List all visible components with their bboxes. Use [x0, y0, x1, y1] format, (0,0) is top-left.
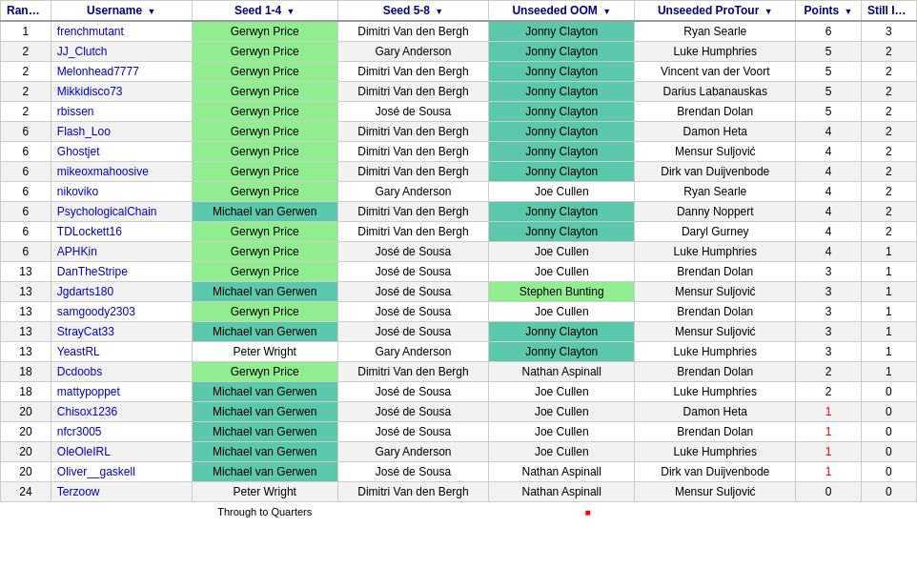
cell-seed58: Gary Anderson — [337, 442, 488, 462]
cell-uoom: Joe Cullen — [489, 262, 635, 282]
cell-stillin: 2 — [861, 162, 916, 182]
cell-rank: 6 — [1, 162, 51, 182]
header-points[interactable]: Points ▼ — [796, 1, 862, 22]
cell-rank: 20 — [1, 462, 51, 482]
cell-uoom: Jonny Clayton — [489, 82, 635, 102]
main-container: Rank ▼ Username ▼ Seed 1-4 ▼ Seed 5-8 ▼ … — [0, 0, 917, 521]
sort-icon-seed58[interactable]: ▼ — [435, 7, 443, 16]
cell-stillin: 0 — [861, 442, 916, 462]
cell-username[interactable]: mikeoxmahoosive — [51, 162, 192, 182]
cell-seed14: Gerwyn Price — [192, 182, 337, 202]
table-row: 20Oliver__gaskellMichael van GerwenJosé … — [1, 462, 917, 482]
leaderboard-table: Rank ▼ Username ▼ Seed 1-4 ▼ Seed 5-8 ▼ … — [0, 0, 917, 521]
cell-username[interactable]: OleOleIRL — [51, 442, 192, 462]
cell-username[interactable]: Flash_Loo — [51, 122, 192, 142]
cell-username[interactable]: StrayCat33 — [51, 322, 192, 342]
header-rank[interactable]: Rank ▼ — [1, 1, 51, 22]
cell-upro: Ryan Searle — [635, 21, 796, 42]
header-username[interactable]: Username ▼ — [51, 1, 192, 22]
cell-username[interactable]: Mikkidisco73 — [51, 82, 192, 102]
cell-username[interactable]: rbissen — [51, 102, 192, 122]
cell-username[interactable]: Oliver__gaskell — [51, 462, 192, 482]
cell-username[interactable]: YeastRL — [51, 342, 192, 362]
cell-uoom: Jonny Clayton — [489, 342, 635, 362]
cell-upro: Luke Humphries — [635, 382, 796, 402]
table-row: 13DanTheStripeGerwyn PriceJosé de SousaJ… — [1, 262, 917, 282]
cell-username[interactable]: Terzoow — [51, 482, 192, 502]
table-row: 20OleOleIRLMichael van GerwenGary Anders… — [1, 442, 917, 462]
cell-seed58: Gary Anderson — [337, 182, 488, 202]
cell-rank: 20 — [1, 402, 51, 422]
cell-username[interactable]: DanTheStripe — [51, 262, 192, 282]
cell-seed58: José de Sousa — [337, 302, 488, 322]
cell-uoom: Stephen Bunting — [489, 282, 635, 302]
cell-rank: 13 — [1, 282, 51, 302]
cell-stillin: 1 — [861, 302, 916, 322]
cell-uoom: Jonny Clayton — [489, 322, 635, 342]
header-seed58[interactable]: Seed 5-8 ▼ — [337, 1, 488, 22]
sort-icon-uoom[interactable]: ▼ — [602, 7, 611, 16]
cell-username[interactable]: mattypoppet — [51, 382, 192, 402]
cell-seed58: Dimitri Van den Bergh — [337, 82, 488, 102]
sort-icon-rank[interactable]: ▼ — [40, 7, 49, 16]
cell-points: 1 — [796, 442, 862, 462]
sort-icon-seed14[interactable]: ▼ — [287, 7, 295, 16]
cell-username[interactable]: TDLockett16 — [51, 222, 192, 242]
header-uoom[interactable]: Unseeded OOM ▼ — [489, 1, 635, 22]
cell-seed58: Dimitri Van den Bergh — [337, 142, 488, 162]
cell-rank: 13 — [1, 322, 51, 342]
cell-upro: Luke Humphries — [635, 442, 796, 462]
cell-rank: 2 — [1, 42, 51, 62]
cell-stillin: 1 — [861, 342, 916, 362]
cell-rank: 6 — [1, 182, 51, 202]
cell-username[interactable]: Jgdarts180 — [51, 282, 192, 302]
header-stillin[interactable]: Still In ▼ — [861, 1, 916, 22]
cell-username[interactable]: frenchmutant — [51, 21, 192, 42]
cell-upro: Damon Heta — [635, 122, 796, 142]
table-row: 6nikovikoGerwyn PriceGary AndersonJoe Cu… — [1, 182, 917, 202]
sort-icon-upro[interactable]: ▼ — [764, 7, 773, 16]
cell-points: 6 — [796, 21, 862, 42]
cell-uoom: Joe Cullen — [489, 402, 635, 422]
cell-seed58: José de Sousa — [337, 282, 488, 302]
cell-upro: Brendan Dolan — [635, 362, 796, 382]
cell-seed58: Dimitri Van den Bergh — [337, 362, 488, 382]
cell-username[interactable]: Chisox1236 — [51, 402, 192, 422]
legend-empty-4 — [635, 502, 796, 522]
header-upro[interactable]: Unseeded ProTour ▼ — [635, 1, 796, 22]
cell-seed58: Dimitri Van den Bergh — [337, 162, 488, 182]
cell-username[interactable]: Ghostjet — [51, 142, 192, 162]
cell-username[interactable]: PsychologicalChain — [51, 202, 192, 222]
cell-seed58: Dimitri Van den Bergh — [337, 202, 488, 222]
cell-username[interactable]: samgoody2303 — [51, 302, 192, 322]
cell-upro: Vincent van der Voort — [635, 62, 796, 82]
cell-stillin: 2 — [861, 42, 916, 62]
cell-seed58: José de Sousa — [337, 422, 488, 442]
cell-rank: 20 — [1, 422, 51, 442]
cell-upro: Mensur Suljović — [635, 282, 796, 302]
cell-username[interactable]: JJ_Clutch — [51, 42, 192, 62]
cell-rank: 6 — [1, 202, 51, 222]
cell-stillin: 1 — [861, 262, 916, 282]
cell-seed14: Gerwyn Price — [192, 302, 337, 322]
cell-username[interactable]: Dcdoobs — [51, 362, 192, 382]
cell-uoom: Jonny Clayton — [489, 122, 635, 142]
cell-stillin: 2 — [861, 62, 916, 82]
cell-upro: Luke Humphries — [635, 42, 796, 62]
cell-seed14: Michael van Gerwen — [192, 442, 337, 462]
cell-username[interactable]: Melonhead7777 — [51, 62, 192, 82]
sort-icon-points[interactable]: ▼ — [845, 7, 853, 16]
cell-username[interactable]: nikoviko — [51, 182, 192, 202]
cell-seed58: Dimitri Van den Bergh — [337, 21, 488, 42]
cell-stillin: 2 — [861, 142, 916, 162]
header-seed14[interactable]: Seed 1-4 ▼ — [192, 1, 337, 22]
cell-username[interactable]: nfcr3005 — [51, 422, 192, 442]
sort-icon-stillin[interactable]: ▼ — [907, 7, 915, 16]
cell-rank: 6 — [1, 142, 51, 162]
cell-username[interactable]: APHKin — [51, 242, 192, 262]
header-stillin-label: Still In — [867, 4, 907, 17]
cell-seed58: José de Sousa — [337, 242, 488, 262]
cell-seed14: Gerwyn Price — [192, 122, 337, 142]
cell-stillin: 2 — [861, 122, 916, 142]
sort-icon-username[interactable]: ▼ — [147, 7, 155, 16]
